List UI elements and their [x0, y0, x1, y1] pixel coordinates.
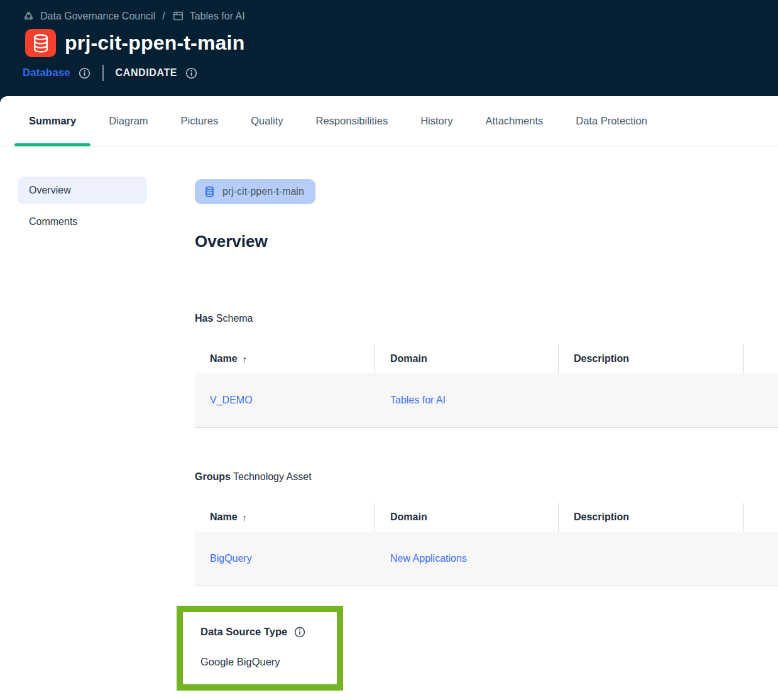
tab-label: Attachments — [486, 115, 544, 127]
main-column: prj-cit-ppen-t-main Overview Has Schema … — [177, 146, 778, 691]
attribute-label-row: Data Source Type — [200, 626, 328, 638]
column-header-domain[interactable]: Domain — [375, 344, 559, 373]
column-header-description[interactable]: Description — [559, 503, 744, 532]
info-icon[interactable] — [185, 67, 197, 79]
annotation-highlight-box: Data Source Type Google BigQuery — [177, 606, 343, 691]
relation-label-rest: Schema — [213, 313, 253, 324]
breadcrumb-separator: / — [162, 11, 165, 22]
side-nav: Overview Comments — [0, 146, 177, 691]
table-row[interactable]: BigQuery New Applications — [195, 532, 778, 586]
active-tab-underline — [14, 143, 90, 146]
page-title: prj-cit-ppen-t-main — [65, 31, 244, 55]
asset-meta-row: Database CANDIDATE — [23, 65, 778, 81]
column-header-spacer — [744, 503, 778, 532]
groups-technology-asset-table: Name ↑ Domain Description BigQuery New A… — [195, 503, 778, 586]
tab-label: Diagram — [109, 115, 148, 127]
meta-divider — [102, 65, 104, 81]
title-row: prj-cit-ppen-t-main — [25, 29, 778, 57]
tab-summary[interactable]: Summary — [14, 96, 90, 146]
data-source-type-value: Google BigQuery — [200, 656, 328, 668]
info-icon[interactable] — [294, 626, 305, 638]
tab-responsibilities[interactable]: Responsibilities — [302, 96, 403, 146]
column-label: Description — [574, 511, 629, 523]
column-label: Domain — [390, 511, 427, 523]
tab-label: Responsibilities — [316, 115, 388, 127]
row-spacer-cell — [744, 373, 778, 427]
status-badge[interactable]: CANDIDATE — [116, 67, 177, 79]
app-header: Data Governance Council / Tables for AI … — [0, 0, 778, 104]
table-header-row: Name ↑ Domain Description — [195, 344, 778, 373]
database-icon — [204, 186, 215, 197]
sidebar-item-comments[interactable]: Comments — [18, 208, 147, 236]
group-description-cell — [559, 532, 744, 586]
breadcrumb: Data Governance Council / Tables for AI — [23, 10, 778, 22]
domain-icon — [172, 10, 184, 22]
column-header-description[interactable]: Description — [559, 344, 744, 373]
tab-bar: Summary Diagram Pictures Quality Respons… — [0, 96, 778, 146]
table-row[interactable]: V_DEMO Tables for AI — [195, 373, 778, 428]
relation-label-has-schema: Has Schema — [195, 313, 778, 324]
tab-label: Pictures — [181, 115, 219, 127]
page-body: Overview Comments prj-cit-ppen-t-main Ov… — [0, 146, 778, 691]
relation-label-groups-technology-asset: Groups Technology Asset — [195, 471, 778, 483]
info-icon[interactable] — [79, 67, 90, 79]
relation-label-rest: Technology Asset — [231, 471, 312, 482]
group-domain-link[interactable]: New Applications — [390, 553, 467, 564]
asset-breadcrumb-chip[interactable]: prj-cit-ppen-t-main — [195, 179, 315, 204]
tab-pictures[interactable]: Pictures — [167, 96, 233, 146]
tab-diagram[interactable]: Diagram — [94, 96, 162, 146]
content-panel: Summary Diagram Pictures Quality Respons… — [0, 96, 778, 700]
column-label: Name — [210, 511, 238, 523]
tab-data-protection[interactable]: Data Protection — [561, 96, 662, 146]
chip-label: prj-cit-ppen-t-main — [222, 186, 304, 197]
database-icon — [25, 29, 56, 57]
breadcrumb-community[interactable]: Data Governance Council — [40, 11, 155, 22]
tab-attachments[interactable]: Attachments — [471, 96, 558, 146]
has-schema-table: Name ↑ Domain Description V_DEMO Tables … — [195, 344, 778, 428]
relation-label-bold: Groups — [195, 471, 231, 482]
sidebar-item-overview[interactable]: Overview — [18, 177, 147, 204]
sort-ascending-icon[interactable]: ↑ — [243, 512, 248, 523]
column-label: Name — [210, 353, 238, 364]
group-name-link[interactable]: BigQuery — [210, 553, 252, 564]
data-source-type-label: Data Source Type — [200, 626, 287, 638]
community-icon — [23, 10, 35, 22]
column-header-name[interactable]: Name ↑ — [195, 344, 375, 373]
column-label: Domain — [390, 353, 427, 364]
schema-name-link[interactable]: V_DEMO — [210, 395, 253, 406]
column-header-name[interactable]: Name ↑ — [195, 503, 375, 532]
tab-label: History — [420, 115, 452, 127]
schema-description-cell — [559, 373, 744, 427]
sort-ascending-icon[interactable]: ↑ — [243, 354, 248, 364]
tab-label: Data Protection — [576, 115, 647, 127]
page-section-heading: Overview — [195, 232, 778, 251]
table-header-row: Name ↑ Domain Description — [195, 503, 778, 532]
tab-label: Summary — [29, 115, 76, 127]
row-spacer-cell — [744, 532, 778, 586]
breadcrumb-domain[interactable]: Tables for AI — [190, 11, 245, 22]
relation-label-bold: Has — [195, 313, 213, 324]
column-header-spacer — [744, 344, 778, 373]
tab-history[interactable]: History — [406, 96, 467, 146]
schema-domain-link[interactable]: Tables for AI — [390, 395, 446, 406]
asset-type-link[interactable]: Database — [23, 67, 70, 79]
tab-quality[interactable]: Quality — [236, 96, 297, 146]
column-header-domain[interactable]: Domain — [375, 503, 559, 532]
column-label: Description — [574, 353, 629, 364]
tab-label: Quality — [251, 115, 283, 127]
